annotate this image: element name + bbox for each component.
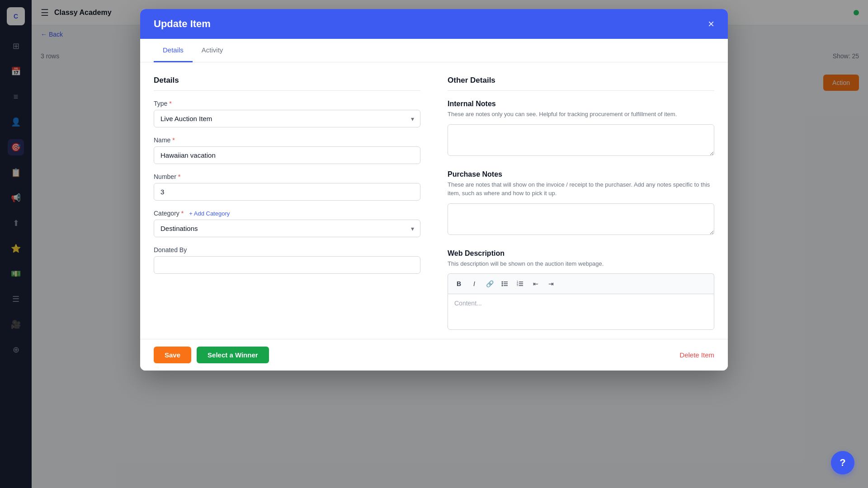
type-label: Type * bbox=[154, 100, 420, 107]
right-column: Other Details Internal Notes These are n… bbox=[448, 76, 714, 325]
name-field-group: Name * bbox=[154, 136, 420, 164]
help-button[interactable]: ? bbox=[831, 451, 854, 474]
type-field-group: Type * Live Auction Item Silent Auction … bbox=[154, 100, 420, 127]
web-description-title: Web Description bbox=[448, 249, 714, 258]
modal-footer: Save Select a Winner Delete Item bbox=[140, 339, 728, 371]
type-select[interactable]: Live Auction Item Silent Auction Item Ra… bbox=[154, 110, 420, 127]
tab-details[interactable]: Details bbox=[154, 39, 193, 62]
modal-overlay: Update Item × Details Activity Details T… bbox=[0, 0, 868, 488]
add-category-link[interactable]: + Add Category bbox=[189, 210, 230, 217]
rich-text-toolbar: B I 🔗 bbox=[448, 273, 714, 294]
update-item-modal: Update Item × Details Activity Details T… bbox=[140, 9, 728, 371]
modal-title: Update Item bbox=[154, 18, 211, 30]
svg-point-4 bbox=[502, 285, 503, 286]
donated-by-field-group: Donated By bbox=[154, 246, 420, 274]
internal-notes-subtitle: These are notes only you can see. Helpfu… bbox=[448, 110, 714, 119]
number-label: Number * bbox=[154, 173, 420, 180]
select-winner-button[interactable]: Select a Winner bbox=[197, 347, 269, 363]
modal-tabs: Details Activity bbox=[140, 39, 728, 62]
type-select-wrapper: Live Auction Item Silent Auction Item Ra… bbox=[154, 110, 420, 127]
category-label: Category * + Add Category bbox=[154, 210, 420, 217]
left-column: Details Type * Live Auction Item Silent … bbox=[154, 76, 420, 325]
category-required-marker: * bbox=[181, 210, 184, 217]
web-description-section: Web Description This description will be… bbox=[448, 249, 714, 330]
category-field-group: Category * + Add Category Destinations E… bbox=[154, 210, 420, 237]
type-required-marker: * bbox=[169, 100, 171, 107]
svg-point-0 bbox=[502, 282, 503, 283]
name-input[interactable] bbox=[154, 146, 420, 164]
purchase-notes-section: Purchase Notes These are notes that will… bbox=[448, 170, 714, 237]
number-input[interactable] bbox=[154, 183, 420, 201]
italic-button[interactable]: I bbox=[467, 277, 481, 291]
modal-header: Update Item × bbox=[140, 9, 728, 39]
modal-close-button[interactable]: × bbox=[708, 19, 714, 29]
donated-by-input[interactable] bbox=[154, 256, 420, 274]
purchase-notes-subtitle: These are notes that will show on the in… bbox=[448, 180, 714, 198]
purchase-notes-title: Purchase Notes bbox=[448, 170, 714, 178]
web-description-subtitle: This description will be shown on the au… bbox=[448, 259, 714, 268]
web-description-editor[interactable]: Content... bbox=[448, 294, 714, 330]
bold-button[interactable]: B bbox=[452, 277, 466, 291]
donated-by-label: Donated By bbox=[154, 246, 420, 253]
save-button[interactable]: Save bbox=[154, 347, 191, 363]
number-required-marker: * bbox=[178, 173, 180, 180]
name-required-marker: * bbox=[172, 136, 175, 144]
internal-notes-section: Internal Notes These are notes only you … bbox=[448, 100, 714, 158]
category-select-wrapper: Destinations Experiences Art Sports Trav… bbox=[154, 220, 420, 237]
tab-activity[interactable]: Activity bbox=[193, 39, 232, 62]
delete-item-button[interactable]: Delete Item bbox=[679, 351, 714, 359]
internal-notes-textarea[interactable] bbox=[448, 124, 714, 156]
link-button[interactable]: 🔗 bbox=[482, 277, 497, 291]
modal-body: Details Type * Live Auction Item Silent … bbox=[140, 62, 728, 339]
outdent-button[interactable]: ⇤ bbox=[528, 277, 543, 291]
category-select[interactable]: Destinations Experiences Art Sports Trav… bbox=[154, 220, 420, 237]
internal-notes-title: Internal Notes bbox=[448, 100, 714, 108]
details-section-title: Details bbox=[154, 76, 420, 91]
purchase-notes-textarea[interactable] bbox=[448, 203, 714, 235]
other-details-title: Other Details bbox=[448, 76, 714, 91]
svg-point-2 bbox=[502, 283, 503, 285]
number-field-group: Number * bbox=[154, 173, 420, 201]
name-label: Name * bbox=[154, 136, 420, 144]
indent-button[interactable]: ⇥ bbox=[544, 277, 558, 291]
footer-left-buttons: Save Select a Winner bbox=[154, 347, 269, 363]
numbered-list-button[interactable]: 1. 2. 3. bbox=[513, 277, 528, 291]
bullet-list-button[interactable] bbox=[498, 277, 512, 291]
svg-text:3.: 3. bbox=[517, 284, 519, 286]
